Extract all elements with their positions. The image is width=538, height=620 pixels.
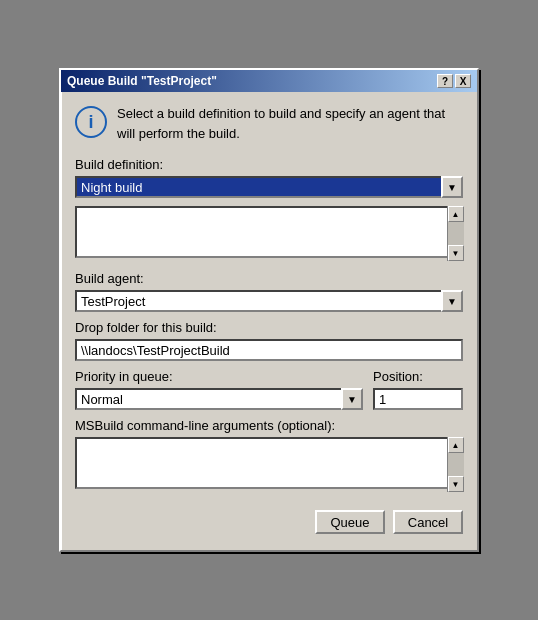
- build-agent-dropdown-container: TestProjectAgent1Agent2 ▼: [75, 290, 463, 312]
- msbuild-args-input[interactable]: [75, 437, 463, 489]
- msbuild-scrollbar: ▲ ▼: [447, 437, 463, 492]
- build-definition-notes[interactable]: [75, 206, 463, 258]
- close-button[interactable]: X: [455, 74, 471, 88]
- priority-label: Priority in queue:: [75, 369, 363, 384]
- title-bar-buttons: ? X: [437, 74, 471, 88]
- priority-position-row: Priority in queue: NormalHighLowBelowNor…: [75, 369, 463, 410]
- info-message: Select a build definition to build and s…: [117, 104, 463, 143]
- drop-folder-label: Drop folder for this build:: [75, 320, 463, 335]
- dialog-title: Queue Build "TestProject": [67, 74, 217, 88]
- build-agent-arrow[interactable]: ▼: [441, 290, 463, 312]
- build-agent-select[interactable]: TestProjectAgent1Agent2: [75, 290, 463, 312]
- scroll-track: [448, 222, 464, 245]
- build-definition-arrow[interactable]: ▼: [441, 176, 463, 198]
- info-icon: i: [75, 106, 107, 138]
- priority-dropdown-container: NormalHighLowBelowNormalAboveNormal ▼: [75, 388, 363, 410]
- position-col: Position:: [373, 369, 463, 410]
- build-definition-select[interactable]: Night buildDay buildCI Build: [75, 176, 463, 198]
- build-definition-notes-container: ▲ ▼: [75, 206, 463, 261]
- msbuild-label: MSBuild command-line arguments (optional…: [75, 418, 463, 433]
- build-definition-label: Build definition:: [75, 157, 463, 172]
- dialog-body: i Select a build definition to build and…: [61, 92, 477, 550]
- msbuild-scroll-down-button[interactable]: ▼: [448, 476, 464, 492]
- scroll-down-button[interactable]: ▼: [448, 245, 464, 261]
- msbuild-args-container: ▲ ▼: [75, 437, 463, 492]
- title-bar: Queue Build "TestProject" ? X: [61, 70, 477, 92]
- build-definition-dropdown-container: Night buildDay buildCI Build ▼: [75, 176, 463, 198]
- scroll-up-button[interactable]: ▲: [448, 206, 464, 222]
- drop-folder-input[interactable]: [75, 339, 463, 361]
- cancel-button[interactable]: Cancel: [393, 510, 463, 534]
- help-button[interactable]: ?: [437, 74, 453, 88]
- position-label: Position:: [373, 369, 463, 384]
- build-agent-label: Build agent:: [75, 271, 463, 286]
- priority-arrow[interactable]: ▼: [341, 388, 363, 410]
- dialog-window: Queue Build "TestProject" ? X i Select a…: [59, 68, 479, 552]
- info-row: i Select a build definition to build and…: [75, 104, 463, 143]
- buttons-row: Queue Cancel: [75, 502, 463, 538]
- priority-col: Priority in queue: NormalHighLowBelowNor…: [75, 369, 363, 410]
- position-input[interactable]: [373, 388, 463, 410]
- queue-button[interactable]: Queue: [315, 510, 385, 534]
- priority-select[interactable]: NormalHighLowBelowNormalAboveNormal: [75, 388, 363, 410]
- build-definition-scrollbar: ▲ ▼: [447, 206, 463, 261]
- msbuild-scroll-up-button[interactable]: ▲: [448, 437, 464, 453]
- msbuild-scroll-track: [448, 453, 464, 476]
